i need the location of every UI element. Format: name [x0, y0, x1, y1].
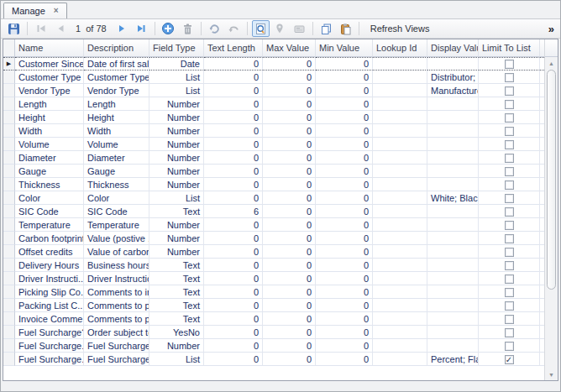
- column-header-lookup-id[interactable]: Lookup Id: [373, 39, 427, 57]
- undo-button[interactable]: [225, 20, 243, 37]
- cell-max-value[interactable]: 0: [263, 339, 316, 353]
- cell-field-type[interactable]: YesNo: [149, 326, 204, 339]
- cell-display-values[interactable]: [427, 151, 479, 165]
- cell-lookup-id[interactable]: [373, 232, 427, 245]
- row-selector[interactable]: [3, 97, 15, 111]
- cell-limit-to-list[interactable]: [479, 285, 540, 299]
- cell-lookup-id[interactable]: [373, 151, 427, 165]
- cell-display-values[interactable]: [427, 299, 479, 312]
- cell-lookup-id[interactable]: [373, 165, 427, 178]
- cell-limit-to-list[interactable]: [479, 312, 540, 326]
- cell-display-values[interactable]: [427, 97, 479, 111]
- cell-description[interactable]: Fuel Surcharge...: [84, 353, 149, 366]
- cell-name[interactable]: Fuel Surcharge?: [15, 326, 84, 339]
- cell-field-type[interactable]: Number: [149, 245, 204, 259]
- cell-description[interactable]: Gauge: [84, 165, 149, 178]
- cell-description[interactable]: Diameter: [84, 151, 149, 165]
- cell-min-value[interactable]: 0: [316, 57, 373, 71]
- cell-limit-to-list[interactable]: [479, 326, 540, 339]
- column-header-text-length[interactable]: Text Length: [204, 39, 263, 57]
- cell-text-length[interactable]: 0: [204, 232, 263, 245]
- next-record-button[interactable]: [113, 20, 131, 37]
- cell-display-values[interactable]: Manufacture...: [427, 84, 479, 97]
- cell-display-values[interactable]: [427, 124, 479, 138]
- cell-description[interactable]: Color: [84, 191, 149, 205]
- cell-max-value[interactable]: 0: [263, 84, 316, 97]
- cell-limit-to-list[interactable]: [479, 124, 540, 138]
- cell-description[interactable]: Date of first sale: [84, 57, 149, 71]
- row-selector[interactable]: [3, 245, 15, 259]
- last-record-button[interactable]: [133, 20, 150, 37]
- row-selector[interactable]: [3, 259, 15, 272]
- cell-max-value[interactable]: 0: [263, 71, 316, 84]
- cell-lookup-id[interactable]: [373, 272, 427, 285]
- cell-text-length[interactable]: 0: [204, 124, 263, 138]
- cell-min-value[interactable]: 0: [316, 124, 373, 138]
- cell-description[interactable]: Value (postive ...: [84, 232, 149, 245]
- cell-limit-to-list[interactable]: ✓: [479, 353, 540, 366]
- cell-lookup-id[interactable]: [373, 299, 427, 312]
- cell-lookup-id[interactable]: [373, 124, 427, 138]
- row-selector[interactable]: [3, 312, 15, 326]
- cell-limit-to-list[interactable]: [479, 138, 540, 151]
- cell-description[interactable]: Length: [84, 97, 149, 111]
- cell-name[interactable]: Customer Since: [15, 57, 84, 71]
- cell-text-length[interactable]: 0: [204, 245, 263, 259]
- cell-lookup-id[interactable]: [373, 178, 427, 191]
- cell-field-type[interactable]: Number: [149, 218, 204, 232]
- cell-min-value[interactable]: 0: [316, 353, 373, 366]
- cell-field-type[interactable]: Number: [149, 97, 204, 111]
- cell-min-value[interactable]: 0: [316, 285, 373, 299]
- cell-display-values[interactable]: [427, 285, 479, 299]
- cell-min-value[interactable]: 0: [316, 245, 373, 259]
- scrollbar-track[interactable]: [545, 290, 558, 368]
- row-selector[interactable]: [3, 339, 15, 353]
- cell-text-length[interactable]: 6: [204, 205, 263, 218]
- cell-description[interactable]: Volume: [84, 138, 149, 151]
- cell-min-value[interactable]: 0: [316, 218, 373, 232]
- limit-to-list-checkbox[interactable]: [505, 248, 514, 257]
- cell-description[interactable]: Business hours ...: [84, 259, 149, 272]
- cell-text-length[interactable]: 0: [204, 57, 263, 71]
- cell-limit-to-list[interactable]: [479, 111, 540, 124]
- cell-lookup-id[interactable]: [373, 97, 427, 111]
- cell-max-value[interactable]: 0: [263, 165, 316, 178]
- vertical-scrollbar[interactable]: ▲ ▼: [544, 39, 558, 380]
- column-header-description[interactable]: Description: [84, 39, 149, 57]
- cell-min-value[interactable]: 0: [316, 71, 373, 84]
- cell-name[interactable]: Invoice Comme...: [15, 312, 84, 326]
- cell-name[interactable]: Gauge: [15, 165, 84, 178]
- cell-name[interactable]: Fuel Surcharge...: [15, 353, 84, 366]
- row-selector[interactable]: [3, 326, 15, 339]
- cell-lookup-id[interactable]: [373, 57, 427, 71]
- cell-lookup-id[interactable]: [373, 285, 427, 299]
- cell-display-values[interactable]: [427, 57, 479, 71]
- column-header-field-type[interactable]: Field Type: [149, 39, 204, 57]
- cell-description[interactable]: Width: [84, 124, 149, 138]
- cell-text-length[interactable]: 0: [204, 326, 263, 339]
- cell-text-length[interactable]: 0: [204, 218, 263, 232]
- cell-min-value[interactable]: 0: [316, 138, 373, 151]
- cell-max-value[interactable]: 0: [263, 151, 316, 165]
- cell-max-value[interactable]: 0: [263, 218, 316, 232]
- limit-to-list-checkbox[interactable]: [505, 127, 514, 136]
- cell-max-value[interactable]: 0: [263, 272, 316, 285]
- cell-lookup-id[interactable]: [373, 138, 427, 151]
- row-selector[interactable]: [3, 205, 15, 218]
- cell-limit-to-list[interactable]: [479, 245, 540, 259]
- cell-name[interactable]: Fuel Surcharge...: [15, 339, 84, 353]
- cell-display-values[interactable]: [427, 165, 479, 178]
- cell-max-value[interactable]: 0: [263, 312, 316, 326]
- cell-lookup-id[interactable]: [373, 218, 427, 232]
- cell-max-value[interactable]: 0: [263, 232, 316, 245]
- cell-text-length[interactable]: 0: [204, 97, 263, 111]
- cell-min-value[interactable]: 0: [316, 97, 373, 111]
- cell-field-type[interactable]: Text: [149, 285, 204, 299]
- scrollbar-thumb[interactable]: [547, 70, 556, 290]
- limit-to-list-checkbox[interactable]: [505, 288, 514, 297]
- cell-description[interactable]: Fuel Surcharge ...: [84, 339, 149, 353]
- cell-display-values[interactable]: [427, 205, 479, 218]
- cell-max-value[interactable]: 0: [263, 138, 316, 151]
- cell-name[interactable]: Carbon footprint: [15, 232, 84, 245]
- cell-field-type[interactable]: Text: [149, 312, 204, 326]
